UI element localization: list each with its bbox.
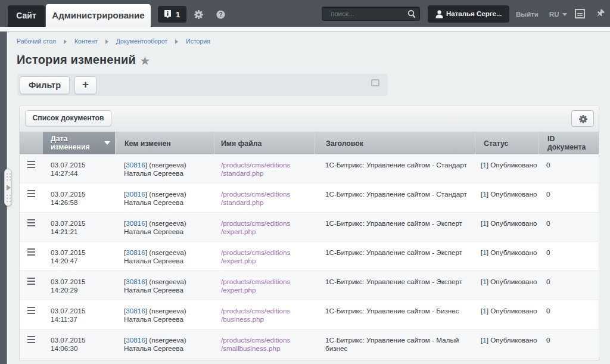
svg-text:?: ? [219,11,222,18]
